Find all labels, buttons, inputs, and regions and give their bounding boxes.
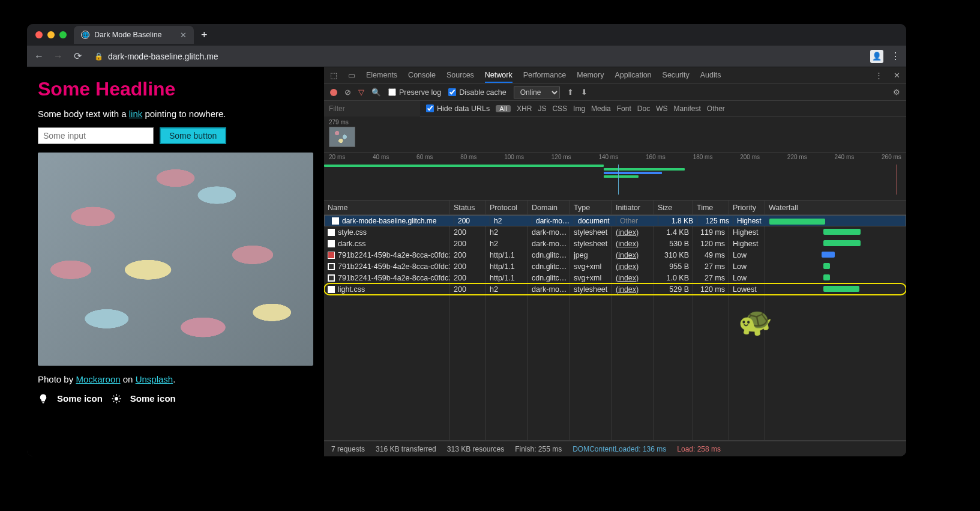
preserve-log-checkbox[interactable]: Preserve log xyxy=(388,88,441,97)
filter-type-css[interactable]: CSS xyxy=(552,104,567,113)
record-button[interactable] xyxy=(330,89,337,96)
table-row[interactable]: 791b2241-459b-4a2e-8cca-c0fdc2…200http/1… xyxy=(324,272,906,283)
request-initiator[interactable]: (index) xyxy=(616,274,639,282)
request-waterfall xyxy=(769,216,897,225)
extension-icon[interactable]: 👤 xyxy=(870,50,883,63)
ruler-tick: 200 ms xyxy=(740,154,760,160)
table-row[interactable]: 791b2241-459b-4a2e-8cca-c0fdc2…200http/1… xyxy=(324,261,906,272)
lock-icon: 🔒 xyxy=(94,52,103,61)
request-name: 791b2241-459b-4a2e-8cca-c0fdc2… xyxy=(338,262,450,271)
column-header-time[interactable]: Time xyxy=(693,201,729,214)
table-row[interactable]: dark-mode-baseline.glitch.me200h2dark-mo… xyxy=(324,215,906,226)
filter-type-img[interactable]: Img xyxy=(573,104,585,113)
table-row[interactable]: style.css200h2dark-mo…stylesheet(index)1… xyxy=(324,226,906,238)
request-initiator[interactable]: (index) xyxy=(616,251,639,259)
column-header-protocol[interactable]: Protocol xyxy=(486,201,528,214)
request-waterfall xyxy=(765,249,906,261)
column-header-status[interactable]: Status xyxy=(450,201,486,214)
some-button[interactable]: Some button xyxy=(160,127,226,144)
devtools-tab-audits[interactable]: Audits xyxy=(700,71,721,80)
column-header-priority[interactable]: Priority xyxy=(729,201,765,214)
body-link[interactable]: link xyxy=(129,109,143,119)
close-window-button[interactable] xyxy=(35,31,43,38)
devtools-close-button[interactable]: ✕ xyxy=(894,71,900,80)
forward-button[interactable]: → xyxy=(52,51,64,62)
disable-cache-checkbox[interactable]: Disable cache xyxy=(448,88,507,97)
back-button[interactable]: ← xyxy=(33,51,45,62)
filter-type-manifest[interactable]: Manifest xyxy=(673,104,700,113)
request-status: 200 xyxy=(450,226,486,238)
column-header-domain[interactable]: Domain xyxy=(528,201,570,214)
clear-button[interactable]: ⊘ xyxy=(344,88,351,97)
timeline-ruler[interactable]: 20 ms40 ms60 ms80 ms100 ms120 ms140 ms16… xyxy=(324,153,906,201)
network-overview[interactable]: 279 ms xyxy=(324,116,906,153)
devtools-tab-console[interactable]: Console xyxy=(408,71,436,80)
column-header-initiator[interactable]: Initiator xyxy=(612,201,654,214)
filter-type-media[interactable]: Media xyxy=(591,104,611,113)
request-priority: Low xyxy=(729,249,765,261)
request-type: stylesheet xyxy=(570,238,612,249)
filter-type-xhr[interactable]: XHR xyxy=(517,104,532,113)
svg-point-0 xyxy=(115,397,118,401)
devtools-menu-button[interactable]: ⋮ xyxy=(875,71,883,80)
filter-type-doc[interactable]: Doc xyxy=(637,104,650,113)
request-initiator[interactable]: Other xyxy=(620,217,638,225)
download-icon[interactable]: ⬇ xyxy=(581,88,588,97)
devtools-tab-application[interactable]: Application xyxy=(615,71,651,80)
device-toolbar-icon[interactable]: ▭ xyxy=(348,71,355,80)
request-protocol: http/1.1 xyxy=(486,272,528,283)
request-protocol: http/1.1 xyxy=(486,249,528,261)
maximize-window-button[interactable] xyxy=(59,31,67,38)
browser-menu-button[interactable]: ⋮ xyxy=(891,50,900,62)
request-initiator[interactable]: (index) xyxy=(616,285,639,294)
minimize-window-button[interactable] xyxy=(47,31,55,38)
table-row[interactable]: dark.css200h2dark-mo…stylesheet(index)53… xyxy=(324,238,906,249)
close-tab-button[interactable]: ✕ xyxy=(180,31,187,40)
devtools-tab-network[interactable]: Network xyxy=(485,71,513,83)
filter-type-all[interactable]: All xyxy=(496,105,511,112)
browser-toolbar: ← → ⟳ 🔒 dark-mode-baseline.glitch.me 👤 ⋮ xyxy=(27,46,906,67)
reload-button[interactable]: ⟳ xyxy=(71,50,83,62)
address-bar[interactable]: 🔒 dark-mode-baseline.glitch.me xyxy=(91,52,863,61)
filter-type-other[interactable]: Other xyxy=(707,104,725,113)
body-text-pre: Some body text with a xyxy=(38,109,129,119)
column-header-type[interactable]: Type xyxy=(570,201,612,214)
table-row[interactable]: light.css200h2dark-mo…stylesheet(index)5… xyxy=(324,283,906,295)
column-header-size[interactable]: Size xyxy=(654,201,693,214)
filter-type-font[interactable]: Font xyxy=(617,104,631,113)
inspect-element-icon[interactable]: ⬚ xyxy=(330,71,337,80)
column-header-waterfall[interactable]: Waterfall xyxy=(765,201,906,214)
settings-gear-icon[interactable]: ⚙ xyxy=(893,88,900,97)
file-type-icon xyxy=(328,286,335,293)
hide-data-urls-checkbox[interactable]: Hide data URLs xyxy=(426,104,490,113)
text-input[interactable] xyxy=(38,127,154,144)
new-tab-button[interactable]: + xyxy=(201,29,208,41)
filter-type-js[interactable]: JS xyxy=(538,104,546,113)
request-initiator[interactable]: (index) xyxy=(616,262,639,271)
devtools-tab-sources[interactable]: Sources xyxy=(446,71,474,80)
filter-input[interactable] xyxy=(324,101,420,116)
request-initiator[interactable]: (index) xyxy=(616,240,639,248)
request-domain: dark-mo… xyxy=(532,216,574,225)
request-time: 125 ms xyxy=(697,216,733,225)
devtools-tab-security[interactable]: Security xyxy=(663,71,690,80)
request-initiator[interactable]: (index) xyxy=(616,228,639,237)
filter-icon[interactable]: ▽ xyxy=(358,88,364,97)
filter-type-ws[interactable]: WS xyxy=(656,104,667,113)
caption-site-link[interactable]: Unsplash xyxy=(136,374,173,384)
search-icon[interactable]: 🔍 xyxy=(371,88,381,97)
browser-tab[interactable]: 🌐 Dark Mode Baseline ✕ xyxy=(74,26,194,44)
devtools-tab-memory[interactable]: Memory xyxy=(577,71,604,80)
ruler-tick: 260 ms xyxy=(882,154,901,160)
devtools-tab-elements[interactable]: Elements xyxy=(366,71,397,80)
table-row[interactable]: 791b2241-459b-4a2e-8cca-c0fdc2…200http/1… xyxy=(324,249,906,261)
upload-icon[interactable]: ⬆ xyxy=(567,88,574,97)
caption-author-link[interactable]: Mockaroon xyxy=(76,374,120,384)
request-protocol: h2 xyxy=(490,216,532,225)
column-header-name[interactable]: Name xyxy=(324,201,450,214)
throttling-select[interactable]: Online xyxy=(514,86,560,98)
overview-thumbnail xyxy=(329,127,355,147)
devtools-tab-performance[interactable]: Performance xyxy=(523,71,567,80)
table-header[interactable]: NameStatusProtocolDomainTypeInitiatorSiz… xyxy=(324,201,906,215)
table-body[interactable]: dark-mode-baseline.glitch.me200h2dark-mo… xyxy=(324,215,906,440)
